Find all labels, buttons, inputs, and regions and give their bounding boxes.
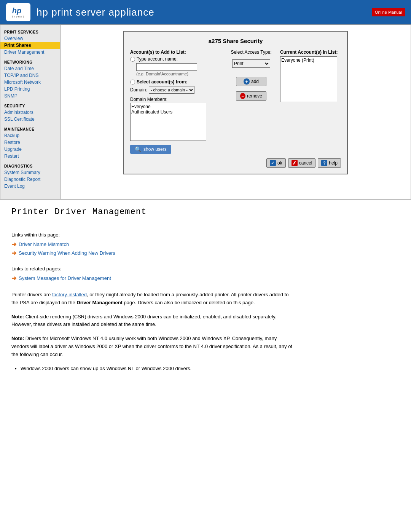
top-banner: hp invent hp print server appliance Onli…	[0, 0, 411, 24]
account-hint: (e.g. Domain\Accountname)	[136, 72, 222, 76]
domain-members-label: Domain Members:	[130, 97, 222, 102]
add-icon: +	[244, 78, 250, 85]
cancel-label: cancel	[299, 160, 312, 166]
sidebar-item-driver-management[interactable]: Driver Management	[0, 49, 60, 56]
page-main-title: Printer Driver Management	[11, 207, 293, 217]
links-within-title: Links within this page:	[11, 232, 293, 238]
account-name-input[interactable]	[136, 63, 197, 71]
help-icon: ?	[321, 160, 327, 166]
sidebar-item-system-summary[interactable]: System Summary	[0, 169, 60, 176]
member-everyone[interactable]: Everyone	[131, 104, 205, 109]
sidebar-item-date-time[interactable]: Date and Time	[0, 65, 60, 72]
sidebar-item-backup[interactable]: Backup	[0, 132, 60, 139]
remove-button[interactable]: − remove	[236, 91, 266, 101]
sidebar-item-microsoft-network[interactable]: Microsoft Network	[0, 79, 60, 86]
domain-label: Domain:	[130, 87, 147, 93]
link-system-messages-label: System Messages for Driver Management	[19, 275, 111, 281]
accounts-to-add-label: Account(s) to Add to List:	[130, 50, 222, 55]
sidebar-item-administrators[interactable]: Administrators	[0, 109, 60, 116]
sidebar-section-networking: NETWORKING	[0, 58, 60, 65]
sidebar-item-print-shares[interactable]: Print Shares	[0, 42, 60, 49]
type-account-radio[interactable]	[130, 57, 135, 62]
select-accounts-radio-row: Select account(s) from:	[130, 79, 222, 85]
sidebar-item-restore[interactable]: Restore	[0, 139, 60, 146]
access-type-select[interactable]: Print	[232, 59, 270, 68]
sidebar-item-ssl-certificate[interactable]: SSL Certificate	[0, 116, 60, 123]
sidebar-item-lpd-printing[interactable]: LPD Printing	[0, 86, 60, 93]
content-panel: a275 Share Security Account(s) to Add to…	[61, 25, 411, 199]
link-security-warning[interactable]: ➜ Security Warning When Adding New Drive…	[11, 249, 293, 257]
domain-select[interactable]: - choose a domain -	[149, 86, 194, 94]
add-button[interactable]: + add	[236, 77, 266, 86]
remove-icon: −	[240, 93, 245, 99]
current-accounts-label: Current Account(s) in List:	[280, 50, 341, 55]
sidebar-item-upgrade[interactable]: Upgrade	[0, 146, 60, 153]
sidebar-item-restart[interactable]: Restart	[0, 153, 60, 160]
dialog-footer: ✓ ok ✗ cancel ? help	[130, 158, 341, 168]
select-accounts-label: Select account(s) from:	[137, 79, 187, 85]
sidebar-item-event-log[interactable]: Event Log	[0, 183, 60, 190]
sidebar-item-diagnostic-report[interactable]: Diagnostic Report	[0, 176, 60, 183]
type-account-radio-row: Type account name:	[130, 56, 222, 62]
dialog-title: a275 Share Security	[130, 38, 341, 44]
sidebar-section-print-services: PRINT SERVICES	[0, 28, 60, 35]
type-account-label: Type account name:	[137, 56, 178, 62]
factory-installed-link[interactable]: factory-installed	[52, 292, 87, 297]
dialog-left-column: Account(s) to Add to List: Type account …	[130, 50, 222, 154]
body-paragraph-3: Note: Drivers for Microsoft Windows NT 4…	[11, 335, 293, 358]
dialog-body: Account(s) to Add to List: Type account …	[130, 50, 341, 154]
ok-icon: ✓	[270, 160, 276, 166]
link-driver-name-mismatch[interactable]: ➜ Driver Name Mismatch	[11, 241, 293, 248]
arrow-icon-2: ➜	[11, 249, 16, 257]
arrow-icon-1: ➜	[11, 241, 16, 248]
show-users-icon: 🔍	[135, 146, 141, 152]
main-layout: PRINT SERVICES Overview Print Shares Dri…	[0, 24, 411, 200]
help-label: help	[329, 160, 338, 166]
banner-title: hp print server appliance	[37, 6, 155, 18]
sidebar-item-tcpip-dns[interactable]: TCP/IP and DNS	[0, 72, 60, 79]
sidebar-item-overview[interactable]: Overview	[0, 35, 60, 42]
sidebar-section-diagnostics: DIAGNOSTICS	[0, 162, 60, 169]
hp-logo: hp invent	[6, 3, 30, 21]
ok-button[interactable]: ✓ ok	[266, 158, 286, 168]
members-list-box[interactable]: Everyone Authenticated Users	[130, 103, 206, 141]
cancel-icon: ✗	[292, 160, 298, 166]
sidebar-item-snmp[interactable]: SNMP	[0, 93, 60, 99]
arrow-icon-3: ➜	[11, 275, 16, 282]
show-users-button[interactable]: 🔍 show users	[130, 145, 171, 154]
add-label: add	[251, 79, 259, 84]
bullet-item-1: Windows 2000 drivers can show up as Wind…	[21, 365, 293, 373]
link-system-messages[interactable]: ➜ System Messages for Driver Management	[11, 275, 293, 282]
dialog-right-column: Current Account(s) in List: Everyone (Pr…	[280, 50, 341, 154]
sidebar-section-maintenance: MAINTENANCE	[0, 125, 60, 132]
body-paragraph-1: Printer drivers are factory-installed, o…	[11, 291, 293, 307]
member-authenticated-users[interactable]: Authenticated Users	[131, 109, 205, 115]
bullet-list: Windows 2000 drivers can show up as Wind…	[21, 365, 293, 373]
show-users-label: show users	[143, 147, 167, 152]
current-accounts-list[interactable]: Everyone (Print)	[280, 56, 337, 102]
ok-label: ok	[277, 160, 282, 166]
remove-label: remove	[247, 93, 262, 99]
dialog-box: a275 Share Security Account(s) to Add to…	[123, 31, 348, 174]
banner-left: hp invent hp print server appliance	[6, 3, 155, 21]
sidebar: PRINT SERVICES Overview Print Shares Dri…	[0, 25, 61, 199]
links-related-title: Links to related pages:	[11, 266, 293, 272]
select-access-label: Select Access Type:	[231, 50, 271, 55]
link-driver-name-mismatch-label: Driver Name Mismatch	[19, 241, 69, 247]
select-accounts-radio[interactable]	[130, 80, 135, 85]
online-manual-button[interactable]: Online Manual	[372, 8, 405, 16]
domain-row: Domain: - choose a domain -	[130, 86, 222, 94]
help-button[interactable]: ? help	[318, 158, 341, 168]
cancel-button[interactable]: ✗ cancel	[288, 158, 316, 168]
sidebar-section-security: SECURITY	[0, 102, 60, 109]
current-account-everyone[interactable]: Everyone (Print)	[281, 58, 336, 63]
body-paragraph-2: Note: Client-side rendering (CSR) driver…	[11, 313, 293, 329]
link-security-warning-label: Security Warning When Adding New Drivers	[19, 250, 115, 256]
page-content: Printer Driver Management Links within t…	[0, 200, 304, 382]
dialog-middle-column: Select Access Type: Print + add − remove	[228, 50, 274, 154]
